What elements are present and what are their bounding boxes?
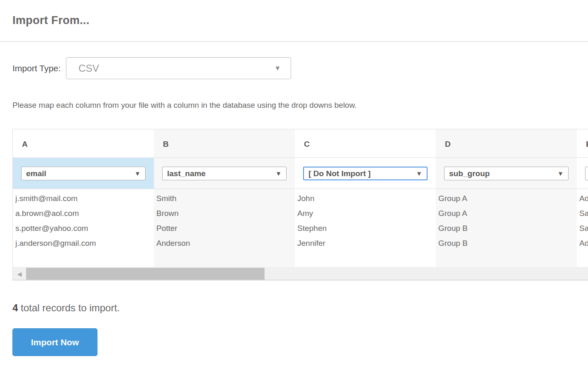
chevron-down-icon: ▼	[416, 170, 422, 177]
page-title: Import From...	[12, 14, 90, 27]
import-type-row: Import Type: CSV ▼	[12, 57, 588, 79]
column-mapping-dropdown[interactable]: email ▼	[21, 167, 146, 180]
record-count: 4	[12, 302, 18, 313]
import-now-button[interactable]: Import Now	[12, 328, 97, 356]
data-cell: s.potter@yahoo.com	[13, 221, 154, 236]
column-header: B	[154, 129, 295, 158]
column-data: Ad Sa Sa Ad	[577, 189, 588, 267]
mapping-value: email	[26, 169, 46, 178]
data-cell: j.smith@mail.com	[13, 191, 154, 206]
column-header: A	[13, 129, 154, 158]
mapping-cell: sub_group ▼	[436, 158, 577, 189]
data-cell: Stephen	[295, 221, 436, 236]
chevron-down-icon: ▼	[275, 65, 281, 72]
data-cell: John	[295, 191, 436, 206]
column-data: j.smith@mail.com a.brown@aol.com s.potte…	[13, 189, 154, 267]
column-data: Group A Group A Group B Group B	[436, 189, 577, 267]
mapping-cell: ▼	[577, 158, 588, 189]
data-cell: Jennifer	[295, 236, 436, 251]
column-mapping-dropdown[interactable]: last_name ▼	[162, 167, 287, 180]
column-data: John Amy Stephen Jennifer	[295, 189, 436, 267]
data-cell: Group A	[436, 206, 577, 221]
mapping-cell: last_name ▼	[154, 158, 295, 189]
chevron-down-icon: ▼	[275, 170, 282, 177]
data-cell: Sa	[577, 206, 588, 221]
record-count-summary: 4 total records to import.	[12, 302, 588, 314]
title-bar: Import From...	[0, 0, 588, 42]
data-cell: Brown	[154, 206, 295, 221]
column-header: E	[577, 129, 588, 158]
column-header: D	[436, 129, 577, 158]
column-data: Smith Brown Potter Anderson	[154, 189, 295, 267]
data-cell: Sa	[577, 221, 588, 236]
scrollbar-thumb[interactable]	[26, 268, 265, 280]
data-cell: j.anderson@gmail.com	[13, 236, 154, 251]
mapping-table: A email ▼ j.smith@mail.com a.brown@aol.c…	[12, 129, 588, 281]
mapping-instruction: Please map each column from your file wi…	[12, 101, 588, 110]
data-cell: Group B	[436, 236, 577, 251]
column-header: C	[295, 129, 436, 158]
horizontal-scrollbar[interactable]: ◀	[13, 267, 588, 281]
import-type-select[interactable]: CSV ▼	[66, 57, 291, 79]
column-c: C [ Do Not Import ] ▼ John Amy Stephen J…	[295, 129, 436, 267]
data-cell: Amy	[295, 206, 436, 221]
mapping-value: sub_group	[449, 169, 490, 178]
mapping-table-columns: A email ▼ j.smith@mail.com a.brown@aol.c…	[13, 129, 588, 267]
column-mapping-dropdown[interactable]: sub_group ▼	[444, 167, 569, 180]
data-cell: Group A	[436, 191, 577, 206]
data-cell: Ad	[577, 191, 588, 206]
import-type-value: CSV	[78, 63, 99, 74]
data-cell: Group B	[436, 221, 577, 236]
data-cell: Ad	[577, 236, 588, 251]
column-a: A email ▼ j.smith@mail.com a.brown@aol.c…	[13, 129, 154, 267]
data-cell: Potter	[154, 221, 295, 236]
chevron-down-icon: ▼	[134, 170, 141, 177]
data-cell: a.brown@aol.com	[13, 206, 154, 221]
column-b: B last_name ▼ Smith Brown Potter Anderso…	[154, 129, 295, 267]
scroll-left-arrow-icon[interactable]: ◀	[13, 267, 26, 281]
column-e: E ▼ Ad Sa Sa Ad	[577, 129, 588, 267]
column-mapping-dropdown[interactable]: ▼	[585, 167, 588, 180]
chevron-down-icon: ▼	[557, 170, 564, 177]
mapping-cell-highlighted: email ▼	[13, 158, 154, 189]
mapping-cell: [ Do Not Import ] ▼	[295, 158, 436, 189]
column-mapping-dropdown-focused[interactable]: [ Do Not Import ] ▼	[303, 167, 428, 180]
data-cell: Smith	[154, 191, 295, 206]
record-count-text: total records to import.	[18, 302, 119, 313]
mapping-value: last_name	[167, 169, 206, 178]
import-type-label: Import Type:	[12, 63, 61, 73]
mapping-value: [ Do Not Import ]	[309, 169, 371, 178]
column-d: D sub_group ▼ Group A Group A Group B Gr…	[436, 129, 577, 267]
data-cell: Anderson	[154, 236, 295, 251]
